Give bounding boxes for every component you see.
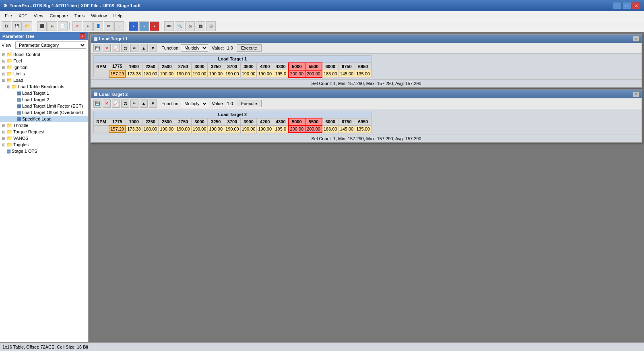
- tree-item-throttle[interactable]: ⊞ 📁 Throttle: [0, 122, 88, 129]
- p2-data-cell-0[interactable]: 157.29: [109, 125, 126, 133]
- p2-data-cell-6[interactable]: 190.00: [208, 125, 224, 133]
- p2-data-cell-2[interactable]: 180.00: [142, 125, 159, 133]
- tree-item-load[interactable]: ⊟ 📂 Load: [0, 77, 88, 83]
- data-cell-15[interactable]: 135.00: [355, 70, 372, 77]
- data-cell-9[interactable]: 190.00: [257, 70, 273, 77]
- toolbar-person[interactable]: 👤: [93, 21, 103, 31]
- p1-graph-btn[interactable]: 📈: [112, 44, 120, 52]
- data-cell-7[interactable]: 190.00: [224, 70, 241, 77]
- toolbar-grid[interactable]: ▦: [196, 21, 205, 31]
- toolbar-number[interactable]: 101: [164, 21, 174, 31]
- tree-item-ignition[interactable]: ⊞ 📁 Ignition: [0, 64, 88, 71]
- p1-execute-button[interactable]: Execute: [237, 44, 262, 52]
- menu-help[interactable]: Help: [110, 12, 126, 19]
- tree-item-load-target-2[interactable]: ▦ Load Target 2: [0, 96, 88, 103]
- tree-item-load-target-offset[interactable]: ▦ Load Target Offset (Overboost): [0, 109, 88, 116]
- data-cell-11-hl[interactable]: 200.00: [289, 70, 305, 77]
- p2-data-cell-7[interactable]: 190.00: [224, 125, 241, 133]
- p1-up-btn[interactable]: ▲: [140, 44, 148, 52]
- menu-tools[interactable]: Tools: [71, 12, 88, 19]
- tree-item-limits[interactable]: ⊞ 📁 Limits: [0, 71, 88, 77]
- menu-window[interactable]: Window: [88, 12, 110, 19]
- p2-data-cell-14[interactable]: 145.00: [339, 125, 355, 133]
- toolbar-green[interactable]: ●: [83, 21, 93, 31]
- data-cell-12-hl[interactable]: 200.00: [305, 70, 322, 77]
- toolbar-red[interactable]: ▪: [150, 21, 159, 31]
- toolbar-blank[interactable]: 📄: [58, 21, 68, 31]
- p1-edit-btn[interactable]: ✏: [130, 44, 138, 52]
- toolbar-misc[interactable]: ⊞: [206, 21, 216, 31]
- p2-scale-btn[interactable]: ⚖: [121, 100, 129, 108]
- menu-file[interactable]: File: [2, 12, 15, 19]
- tree-item-load-breakpoints[interactable]: ⊞ 📁 Load Table Breakpoints: [0, 83, 88, 90]
- parameter-tree: Parameter Tree × View Parameter Category…: [0, 32, 89, 342]
- p2-execute-button[interactable]: Execute: [237, 100, 262, 107]
- p2-data-cell-1[interactable]: 173.38: [126, 125, 142, 133]
- p2-data-cell-10[interactable]: 195.0: [273, 125, 289, 133]
- p2-up-btn[interactable]: ▲: [140, 100, 148, 108]
- toolbar-bin[interactable]: ⬛: [37, 21, 47, 31]
- p2-delete-btn[interactable]: ✕: [103, 100, 111, 108]
- tree-item-stage1[interactable]: ▦ Stage 1 OTS: [0, 148, 88, 154]
- tree-item-fuel[interactable]: ⊞ 📁 Fuel: [0, 58, 88, 64]
- p2-data-cell-4[interactable]: 190.00: [175, 125, 192, 133]
- p2-data-cell-5[interactable]: 190.00: [191, 125, 208, 133]
- param-tree-close-button[interactable]: ×: [80, 33, 85, 39]
- data-cell-6[interactable]: 190.00: [208, 70, 224, 77]
- tree-item-vanos[interactable]: ⊞ 📁 VANOS: [0, 135, 88, 141]
- tree-item-toggles[interactable]: ⊞ 📁 Toggles: [0, 141, 88, 148]
- toolbar-panel2[interactable]: ▪: [139, 21, 149, 31]
- p2-data-cell-8[interactable]: 190.00: [240, 125, 257, 133]
- p2-data-cell-12-hl[interactable]: 200.00: [305, 125, 322, 133]
- data-cell-1[interactable]: 173.38: [126, 70, 142, 77]
- data-cell-4[interactable]: 190.00: [175, 70, 192, 77]
- p2-data-cell-15[interactable]: 135.00: [355, 125, 372, 133]
- data-cell-10[interactable]: 195.0: [273, 70, 289, 77]
- p2-function-select[interactable]: Multiply: [181, 100, 208, 107]
- p1-function-select[interactable]: Multiply: [181, 44, 208, 52]
- data-cell-3[interactable]: 190.00: [159, 70, 175, 77]
- toolbar-bin2[interactable]: ▶: [47, 21, 57, 31]
- p1-down-btn[interactable]: ▼: [149, 44, 157, 52]
- toolbar-new[interactable]: 🗋: [2, 21, 11, 31]
- data-cell-14[interactable]: 145.00: [339, 70, 355, 77]
- panel-1-close-button[interactable]: ×: [633, 36, 639, 42]
- toolbar-save[interactable]: 💾: [12, 21, 22, 31]
- menu-view[interactable]: View: [31, 12, 47, 19]
- p2-graph-btn[interactable]: 📈: [112, 100, 120, 108]
- data-cell-0[interactable]: 157.29: [109, 70, 126, 77]
- tree-item-load-target-limit[interactable]: ▦ Load Target Limit Factor (ECT): [0, 103, 88, 109]
- tree-item-torque[interactable]: ⊞ 📁 Torque Request: [0, 129, 88, 135]
- toolbar-delete[interactable]: ✕: [72, 21, 82, 31]
- minimize-button[interactable]: ─: [613, 2, 621, 9]
- toolbar-balance[interactable]: ⚖: [185, 21, 195, 31]
- menu-xdf[interactable]: XDF: [15, 12, 31, 19]
- tree-item-load-target-1[interactable]: ▦ Load Target 1: [0, 90, 88, 96]
- toolbar-panel1[interactable]: ▪: [129, 21, 138, 31]
- data-cell-5[interactable]: 190.00: [191, 70, 208, 77]
- panel-2-close-button[interactable]: ×: [633, 91, 639, 97]
- p1-save-btn[interactable]: 💾: [93, 44, 101, 52]
- data-cell-13[interactable]: 183.00: [322, 70, 339, 77]
- menu-compare[interactable]: Compare: [46, 12, 71, 19]
- p2-data-cell-9[interactable]: 190.00: [257, 125, 273, 133]
- toolbar-blank2[interactable]: □: [114, 21, 124, 31]
- toolbar-edit[interactable]: ✏: [104, 21, 114, 31]
- p2-save-btn[interactable]: 💾: [93, 100, 101, 108]
- view-select[interactable]: Parameter Category: [15, 42, 86, 49]
- toolbar-open[interactable]: 📂: [23, 21, 32, 31]
- tree-item-boost-control[interactable]: ⊞ 📁 Boost Control: [0, 51, 88, 58]
- p2-data-cell-3[interactable]: 190.00: [159, 125, 175, 133]
- p1-scale-btn[interactable]: ⚖: [121, 44, 129, 52]
- p2-edit-btn[interactable]: ✏: [130, 100, 138, 108]
- tree-item-specified-load[interactable]: ▦ Specified Load: [0, 116, 88, 122]
- close-button[interactable]: ✕: [632, 2, 641, 9]
- data-cell-2[interactable]: 180.00: [142, 70, 159, 77]
- data-cell-8[interactable]: 190.00: [240, 70, 257, 77]
- p2-data-cell-11-hl[interactable]: 200.00: [289, 125, 305, 133]
- toolbar-search[interactable]: 🔍: [175, 21, 184, 31]
- p2-data-cell-13[interactable]: 183.00: [322, 125, 339, 133]
- p2-down-btn[interactable]: ▼: [149, 100, 157, 108]
- p1-delete-btn[interactable]: ✕: [103, 44, 111, 52]
- restore-button[interactable]: □: [622, 2, 631, 9]
